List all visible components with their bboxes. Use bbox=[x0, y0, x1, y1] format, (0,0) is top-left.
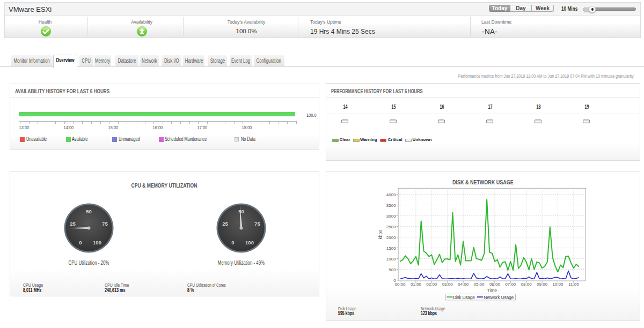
svg-text:50: 50 bbox=[86, 208, 92, 214]
svg-text:3500: 3500 bbox=[386, 203, 396, 208]
svg-text:2000: 2000 bbox=[386, 235, 396, 240]
svg-text:0: 0 bbox=[79, 239, 82, 245]
svg-text:1500: 1500 bbox=[386, 246, 396, 251]
svg-text:75: 75 bbox=[102, 220, 108, 226]
svg-text:100: 100 bbox=[245, 239, 254, 245]
svg-text:Time: Time bbox=[487, 288, 497, 293]
svg-text:2500: 2500 bbox=[386, 225, 396, 229]
svg-text:4000: 4000 bbox=[386, 192, 396, 197]
svg-text:50: 50 bbox=[238, 208, 244, 214]
svg-text:100: 100 bbox=[93, 239, 101, 245]
svg-text:kbps: kbps bbox=[378, 230, 383, 240]
svg-text:500: 500 bbox=[389, 267, 396, 272]
svg-text:75: 75 bbox=[254, 220, 260, 226]
svg-text:Disk Usage: Disk Usage bbox=[452, 295, 474, 300]
svg-text:1000: 1000 bbox=[386, 257, 396, 262]
svg-text:3000: 3000 bbox=[386, 214, 396, 219]
svg-text:25: 25 bbox=[222, 220, 228, 226]
svg-text:0: 0 bbox=[231, 239, 234, 245]
svg-text:25: 25 bbox=[70, 220, 76, 226]
svg-text:Network Usage: Network Usage bbox=[484, 295, 514, 300]
